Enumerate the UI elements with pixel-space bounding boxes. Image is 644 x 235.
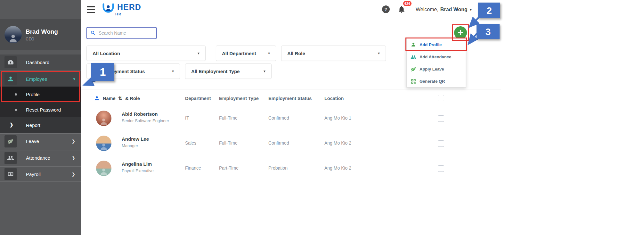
row-checkbox[interactable]: [438, 140, 444, 147]
help-icon[interactable]: ?: [382, 5, 390, 13]
filter-label: All Employment Type: [191, 69, 240, 74]
row-checkbox[interactable]: [438, 115, 444, 122]
person-silhouette-icon: [99, 117, 108, 126]
chevron-down-icon: ▾: [198, 51, 200, 55]
column-header-name[interactable]: Name: [103, 96, 116, 101]
chevron-down-icon: ▾: [264, 69, 265, 73]
search-name-field[interactable]: [86, 27, 157, 39]
cell-employment-status: Confirmed: [268, 115, 289, 121]
chevron-down-icon: ▾: [268, 51, 270, 55]
annotation-step-1: 1: [91, 63, 114, 81]
column-header-employment-type: Employment Type: [219, 96, 259, 101]
bullet-icon: [15, 93, 17, 96]
cell-location: Ang Mo Kio 1: [324, 115, 351, 121]
menu-item-label: Generate QR: [420, 79, 445, 84]
cell-employment-status: Confirmed: [268, 140, 289, 146]
leaf-icon: [411, 66, 416, 72]
role-filter-dropdown[interactable]: All Role ▾: [281, 46, 386, 61]
cell-department: Sales: [185, 140, 196, 146]
sidebar-item-label: Profile: [26, 92, 40, 97]
group-icon: [411, 54, 416, 60]
logo-subtext: HR: [115, 12, 141, 16]
chevron-down-icon: ▾: [172, 69, 174, 73]
sidebar-item-label: Employee: [26, 76, 47, 82]
user-menu[interactable]: Welcome, Brad Wong ▾: [416, 7, 472, 13]
logo-text: HERD: [117, 3, 141, 11]
chevron-down-icon: ▾: [73, 77, 75, 81]
employee-name: Abid Robertson: [122, 111, 158, 117]
herd-logo-icon: [102, 3, 115, 15]
menu-item-add-profile[interactable]: Add Profile: [407, 38, 466, 51]
cell-location: Ang Mo Kio 2: [324, 165, 351, 171]
search-icon: [90, 30, 96, 36]
filter-label: All Role: [287, 51, 305, 56]
person-silhouette-icon: [99, 167, 108, 176]
person-silhouette-icon: [99, 142, 108, 151]
cell-employment-type: Full-Time: [219, 140, 238, 146]
employee-name: Andrew Lee: [122, 136, 149, 142]
location-filter-dropdown[interactable]: All Location ▾: [86, 46, 206, 61]
filter-label: All Department: [222, 51, 256, 56]
menu-item-apply-leave[interactable]: Apply Leave: [407, 63, 466, 75]
employment-type-filter-dropdown[interactable]: All Employment Type ▾: [185, 63, 272, 79]
add-button[interactable]: +: [454, 26, 467, 39]
cell-department: Finance: [185, 165, 201, 171]
column-header-department: Department: [185, 96, 211, 101]
person-icon: [94, 95, 100, 101]
column-header-employment-status: Employment Status: [268, 96, 312, 101]
notification-badge: 626: [403, 0, 412, 7]
department-filter-dropdown[interactable]: All Department ▾: [216, 46, 276, 61]
table-row[interactable]: Angelina Lim Payroll Executive Finance P…: [0, 156, 644, 181]
search-input[interactable]: [99, 30, 150, 36]
sidebar-user-card: Brad Wong CEO: [0, 19, 81, 50]
sidebar-item-dashboard[interactable]: Dashboard: [0, 55, 81, 70]
sidebar-user-role: CEO: [26, 37, 58, 41]
chevron-down-icon: ▾: [470, 7, 472, 12]
app-logo: HERD HR: [102, 3, 141, 16]
sidebar-item-label: Dashboard: [26, 60, 49, 65]
person-silhouette-icon: [8, 33, 18, 43]
divider: [81, 89, 501, 89]
column-header-role: & Role: [125, 96, 140, 101]
sidebar-item-employee[interactable]: Employee ▾: [0, 71, 81, 87]
person-add-icon: [411, 42, 416, 47]
employee-icon: [4, 73, 17, 85]
menu-item-add-attendance[interactable]: Add Attendance: [407, 51, 466, 63]
row-checkbox[interactable]: [438, 165, 444, 172]
table-row[interactable]: Abid Robertson Senior Software Engineer …: [0, 106, 644, 131]
chevron-down-icon: ▾: [378, 51, 380, 55]
divider: [93, 181, 458, 181]
sidebar-user-name: Brad Wong: [26, 28, 58, 35]
topbar-user-name: Brad Wong: [440, 7, 468, 13]
avatar: [96, 111, 111, 126]
sidebar-item-profile[interactable]: Profile: [0, 87, 81, 102]
dashboard-icon: [4, 56, 17, 68]
cell-employment-status: Probation: [268, 165, 288, 171]
menu-item-label: Add Profile: [420, 42, 442, 47]
qr-code-icon: [411, 79, 416, 84]
table-row[interactable]: Andrew Lee Manager Sales Full-Time Confi…: [0, 131, 644, 156]
sort-icon[interactable]: ⇅: [118, 96, 122, 101]
add-dropdown-menu: Add Profile Add Attendance Apply Leave G…: [406, 38, 466, 88]
cell-location: Ang Mo Kio 2: [324, 140, 351, 146]
menu-item-generate-qr[interactable]: Generate QR: [407, 75, 466, 87]
menu-toggle-icon[interactable]: [87, 6, 95, 13]
employee-role: Payroll Executive: [122, 168, 154, 173]
annotation-step-2: 2: [478, 3, 500, 18]
cell-employment-type: Part-Time: [219, 165, 239, 171]
avatar: [96, 136, 111, 151]
avatar: [96, 161, 111, 176]
column-header-location: Location: [324, 96, 344, 101]
filter-label: All Location: [93, 51, 120, 56]
menu-item-label: Add Attendance: [420, 55, 451, 59]
welcome-label: Welcome,: [416, 7, 438, 13]
select-all-checkbox[interactable]: [438, 95, 444, 101]
cell-department: IT: [185, 115, 189, 121]
cell-employment-type: Full-Time: [219, 115, 238, 121]
menu-item-label: Apply Leave: [420, 67, 444, 71]
employee-name: Angelina Lim: [122, 161, 152, 167]
annotation-step-3: 3: [477, 24, 500, 39]
employee-role: Senior Software Engineer: [122, 118, 169, 123]
employee-role: Manager: [122, 143, 138, 148]
avatar: [4, 26, 22, 43]
